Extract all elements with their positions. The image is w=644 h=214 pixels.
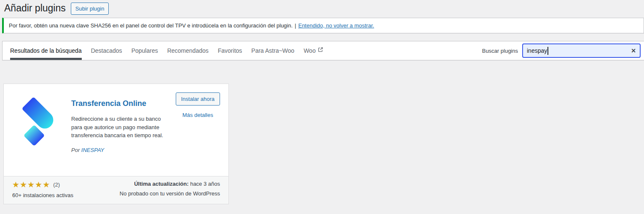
tab-favorites[interactable]: Favoritos <box>218 41 242 60</box>
plugin-card-top: Transferencia Online Redireccione a su c… <box>4 84 228 156</box>
plugin-card: Transferencia Online Redireccione a su c… <box>3 84 229 204</box>
install-now-button[interactable]: Instalar ahora <box>176 92 220 106</box>
plugin-actions: Instalar ahora Más detalles <box>176 92 220 156</box>
rating-row: ★★★★★ (2) <box>12 181 73 189</box>
admin-notice: Por favor, obtén una nueva clave SHA256 … <box>2 18 644 33</box>
author-prefix: Por <box>71 147 80 153</box>
plugin-author-line: Por INESPAY <box>71 147 167 153</box>
filter-bar: Resultados de la búsqueda Destacados Pop… <box>2 41 644 60</box>
page-header: Añadir plugins Subir plugin <box>4 0 109 17</box>
tab-search-results[interactable]: Resultados de la búsqueda <box>10 41 82 60</box>
last-updated-label: Última actualización: <box>134 181 188 187</box>
plugin-description: Redireccione a su cliente a su banco par… <box>71 115 167 140</box>
search-input-value: inespay <box>527 47 547 54</box>
tab-popular[interactable]: Populares <box>131 41 158 60</box>
plugin-card-meta-left: ★★★★★ (2) 60+ instalaciones activas <box>12 181 73 198</box>
plugin-info: Transferencia Online Redireccione a su c… <box>71 92 167 156</box>
last-updated-line: Última actualización: hace 3 años <box>120 181 220 187</box>
tab-woo[interactable]: Woo <box>303 41 323 60</box>
active-installs: 60+ instalaciones activas <box>12 192 73 198</box>
upload-plugin-button[interactable]: Subir plugin <box>71 3 109 15</box>
notice-dismiss-link[interactable]: Entendido, no volver a mostrar. <box>298 22 374 29</box>
more-details-link[interactable]: Más detalles <box>182 112 213 118</box>
notice-separator: | <box>295 22 296 29</box>
text-caret <box>547 47 548 55</box>
search-label: Buscar plugins <box>482 48 518 54</box>
plugin-logo-icon <box>12 92 59 156</box>
author-link[interactable]: INESPAY <box>81 147 104 153</box>
plugin-card-meta-right: Última actualización: hace 3 años No pro… <box>120 181 220 198</box>
tab-featured[interactable]: Destacados <box>91 41 122 60</box>
last-updated-value: hace 3 años <box>190 181 220 187</box>
tab-para-astra-woo[interactable]: Para Astra~Woo <box>251 41 294 60</box>
plugin-card-footer: ★★★★★ (2) 60+ instalaciones activas Últi… <box>4 176 228 204</box>
plugin-title-link[interactable]: Transferencia Online <box>71 99 146 108</box>
search-group: Buscar plugins inespay ✕ <box>482 41 641 60</box>
filter-tabs: Resultados de la búsqueda Destacados Pop… <box>10 41 323 60</box>
tab-recommended[interactable]: Recomendados <box>167 41 209 60</box>
external-link-icon <box>318 47 323 54</box>
compatibility-note: No probado con tu versión de WordPress <box>120 190 220 197</box>
logo-pill-shape <box>21 97 56 132</box>
rating-count: (2) <box>53 181 60 188</box>
search-input[interactable]: inespay ✕ <box>522 43 641 58</box>
page-title: Añadir plugins <box>4 2 66 15</box>
tab-woo-label: Woo <box>303 47 316 54</box>
notice-message: Por favor, obtén una nueva clave SHA256 … <box>9 22 292 29</box>
clear-search-icon[interactable]: ✕ <box>631 48 636 54</box>
star-rating-icons: ★★★★★ <box>12 181 50 189</box>
